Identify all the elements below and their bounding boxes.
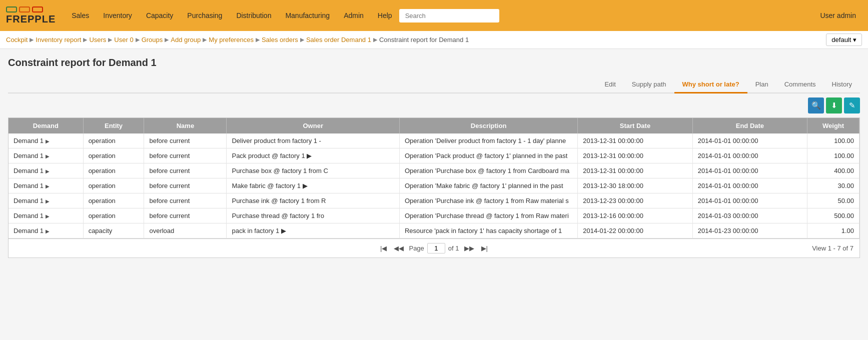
cell-entity-3: operation bbox=[83, 178, 144, 194]
tab-comments[interactable]: Comments bbox=[776, 76, 824, 94]
cell-owner-3[interactable]: Make fabric @ factory 1 ▶ bbox=[227, 178, 400, 194]
cell-start-2: 2013-12-31 00:00:00 bbox=[578, 164, 692, 178]
breadcrumb-myprefs[interactable]: My preferences bbox=[209, 36, 254, 44]
page-prev-btn[interactable]: ◀◀ bbox=[392, 244, 406, 253]
sep-1: ▶ bbox=[83, 36, 87, 43]
page-last-btn[interactable]: ▶| bbox=[479, 244, 490, 253]
breadcrumb-addgroup[interactable]: Add group bbox=[171, 36, 201, 44]
cell-end-6: 2014-01-23 00:00:00 bbox=[692, 224, 807, 238]
demand-link-0[interactable]: Demand 1 bbox=[14, 137, 44, 144]
table-row: Demand 1 ▶ operation before current Deli… bbox=[9, 134, 859, 148]
breadcrumb-user0[interactable]: User 0 bbox=[114, 36, 133, 44]
demand-link-2[interactable]: Demand 1 bbox=[14, 167, 44, 174]
logo-box-red bbox=[32, 6, 43, 12]
of-label: of 1 bbox=[448, 244, 459, 252]
cell-owner-0[interactable]: Deliver product from factory 1 - bbox=[227, 134, 400, 148]
cell-start-6: 2014-01-22 00:00:00 bbox=[578, 224, 692, 238]
nav-item-manufacturing[interactable]: Manufacturing bbox=[278, 0, 337, 31]
nav-item-help[interactable]: Help bbox=[371, 0, 399, 31]
page-label: Page bbox=[409, 244, 424, 252]
breadcrumb-inventory-report[interactable]: Inventory report bbox=[36, 36, 81, 44]
col-end-date: End Date bbox=[692, 118, 807, 134]
col-owner: Owner bbox=[227, 118, 400, 134]
cell-weight-5: 500.00 bbox=[807, 208, 859, 224]
default-dropdown[interactable]: default ▾ bbox=[826, 34, 862, 46]
tab-why-short[interactable]: Why short or late? bbox=[674, 76, 747, 94]
sep-6: ▶ bbox=[256, 36, 260, 43]
demand-link-6[interactable]: Demand 1 bbox=[14, 227, 44, 234]
user-admin[interactable]: User admin bbox=[814, 12, 862, 20]
nav-item-distribution[interactable]: Distribution bbox=[229, 0, 278, 31]
cell-owner-1[interactable]: Pack product @ factory 1 ▶ bbox=[227, 148, 400, 164]
tab-history[interactable]: History bbox=[824, 76, 860, 94]
breadcrumb-salesorder-demand1[interactable]: Sales order Demand 1 bbox=[306, 36, 371, 44]
cell-owner-5[interactable]: Purchase thread @ factory 1 fro bbox=[227, 208, 400, 224]
cell-entity-4: operation bbox=[83, 194, 144, 208]
tab-edit[interactable]: Edit bbox=[596, 76, 623, 94]
cell-entity-2: operation bbox=[83, 164, 144, 178]
cell-weight-4: 50.00 bbox=[807, 194, 859, 208]
demand-link-1[interactable]: Demand 1 bbox=[14, 152, 44, 160]
nav-item-admin[interactable]: Admin bbox=[337, 0, 371, 31]
col-weight: Weight bbox=[807, 118, 859, 134]
demand-link-3[interactable]: Demand 1 bbox=[14, 182, 44, 190]
cell-owner-4[interactable]: Purchase ink @ factory 1 from R bbox=[227, 194, 400, 208]
col-name: Name bbox=[144, 118, 227, 134]
cell-weight-6: 1.00 bbox=[807, 224, 859, 238]
page-input[interactable] bbox=[427, 243, 445, 254]
search-button[interactable]: 🔍 bbox=[808, 98, 824, 114]
cell-end-2: 2014-01-01 00:00:00 bbox=[692, 164, 807, 178]
table-row: Demand 1 ▶ operation before current Purc… bbox=[9, 194, 859, 208]
cell-end-0: 2014-01-01 00:00:00 bbox=[692, 134, 807, 148]
logo-text: FREPPLE bbox=[6, 14, 56, 25]
cell-weight-3: 30.00 bbox=[807, 178, 859, 194]
nav-item-purchasing[interactable]: Purchasing bbox=[180, 0, 229, 31]
cell-demand-5: Demand 1 ▶ bbox=[9, 208, 83, 224]
sep-7: ▶ bbox=[300, 36, 304, 43]
col-start-date: Start Date bbox=[578, 118, 692, 134]
demand-arrow-3: ▶ bbox=[46, 184, 50, 189]
cell-start-1: 2013-12-31 00:00:00 bbox=[578, 148, 692, 164]
tabs-bar: Edit Supply path Why short or late? Plan… bbox=[8, 76, 860, 94]
cell-demand-4: Demand 1 ▶ bbox=[9, 194, 83, 208]
pagination-bar: |◀ ◀◀ Page of 1 ▶▶ ▶| View 1 - 7 of 7 bbox=[8, 239, 860, 258]
nav-item-sales[interactable]: Sales bbox=[65, 0, 96, 31]
cell-owner-6[interactable]: pack in factory 1 ▶ bbox=[227, 224, 400, 238]
cell-start-0: 2013-12-31 00:00:00 bbox=[578, 134, 692, 148]
cell-description-3: Operation 'Make fabric @ factory 1' plan… bbox=[399, 178, 577, 194]
search-input[interactable] bbox=[399, 9, 499, 22]
edit-button[interactable]: ✎ bbox=[844, 98, 860, 114]
demand-link-5[interactable]: Demand 1 bbox=[14, 212, 44, 220]
cell-owner-2[interactable]: Purchase box @ factory 1 from C bbox=[227, 164, 400, 178]
col-entity: Entity bbox=[83, 118, 144, 134]
demand-arrow-2: ▶ bbox=[46, 168, 50, 174]
breadcrumb-cockpit[interactable]: Cockpit bbox=[6, 36, 28, 44]
sep-4: ▶ bbox=[165, 36, 169, 43]
cell-name-4: before current bbox=[144, 194, 227, 208]
page-title: Constraint report for Demand 1 bbox=[8, 57, 860, 68]
sep-8: ▶ bbox=[373, 36, 377, 43]
cell-description-1: Operation 'Pack product @ factory 1' pla… bbox=[399, 148, 577, 164]
page-next-btn[interactable]: ▶▶ bbox=[462, 244, 476, 253]
cell-entity-0: operation bbox=[83, 134, 144, 148]
logo[interactable]: FREPPLE bbox=[6, 6, 56, 25]
nav-item-capacity[interactable]: Capacity bbox=[139, 0, 180, 31]
demand-link-4[interactable]: Demand 1 bbox=[14, 197, 44, 204]
table-row: Demand 1 ▶ operation before current Pack… bbox=[9, 148, 859, 164]
breadcrumb-salesorders[interactable]: Sales orders bbox=[262, 36, 298, 44]
logo-box-orange bbox=[19, 6, 30, 12]
cell-weight-1: 100.00 bbox=[807, 148, 859, 164]
page-first-btn[interactable]: |◀ bbox=[378, 244, 389, 253]
cell-start-3: 2013-12-30 18:00:00 bbox=[578, 178, 692, 194]
breadcrumb-users[interactable]: Users bbox=[89, 36, 106, 44]
breadcrumb-groups[interactable]: Groups bbox=[142, 36, 163, 44]
tab-plan[interactable]: Plan bbox=[747, 76, 776, 94]
download-button[interactable]: ⬇ bbox=[826, 98, 842, 114]
breadcrumb-bar: Cockpit ▶ Inventory report ▶ Users ▶ Use… bbox=[0, 31, 868, 49]
tab-supply-path[interactable]: Supply path bbox=[624, 76, 674, 94]
demand-arrow-5: ▶ bbox=[46, 214, 50, 219]
cell-end-5: 2014-01-03 00:00:00 bbox=[692, 208, 807, 224]
demand-arrow-6: ▶ bbox=[46, 228, 50, 234]
cell-name-1: before current bbox=[144, 148, 227, 164]
nav-item-inventory[interactable]: Inventory bbox=[96, 0, 139, 31]
